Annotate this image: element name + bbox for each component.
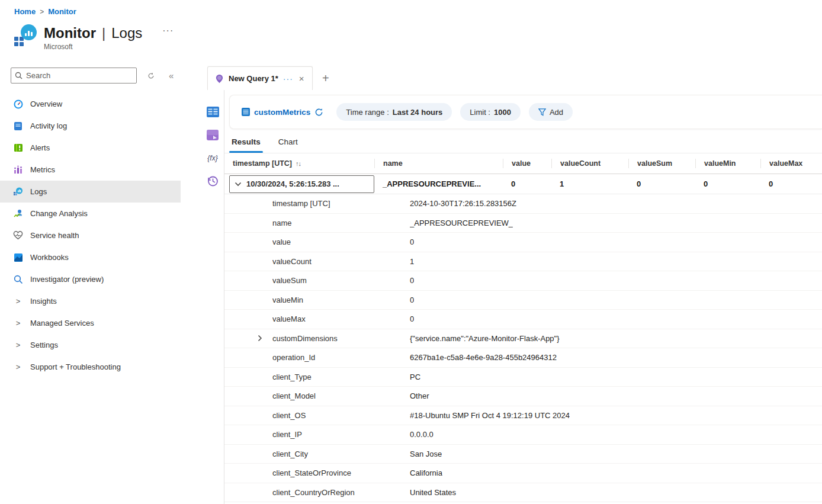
tab-more-options-icon[interactable]: ··· [283,74,293,84]
tab-chart[interactable]: Chart [278,137,298,153]
sidebar-item-label: Change Analysis [30,209,88,218]
add-filter-pill[interactable]: Add [529,103,573,121]
azure-monitor-logs-page: Home > Monitor Monitor | Logs Microsoft … [0,0,822,504]
limit-value: 1000 [494,108,511,117]
sidebar-item-label: Overview [30,99,62,108]
time-range-pill[interactable]: Time range : Last 24 hours [336,103,452,121]
search-icon [15,72,23,79]
top-header: Home > Monitor Monitor | Logs Microsoft … [0,0,822,64]
more-options-icon[interactable]: ··· [162,25,174,36]
chevron-down-icon[interactable] [235,182,242,187]
sidebar-group-support-troubleshooting[interactable]: > Support + Troubleshooting [0,356,181,378]
sidebar-group-label: Settings [30,341,58,349]
page-title-main: Monitor [44,24,96,42]
title-row: Monitor | Logs Microsoft ··· [14,24,822,51]
sidebar-group-label: Insights [30,297,57,306]
detail-value: San Jose [410,450,442,458]
breadcrumb-separator: > [40,8,44,16]
detail-value: Other [410,391,429,400]
query-tab-label: New Query 1* [229,74,278,83]
breadcrumb-home-link[interactable]: Home [14,7,36,16]
chevron-right-icon: > [13,362,23,371]
sidebar-group-settings[interactable]: > Settings [0,334,181,356]
sidebar-item-workbooks[interactable]: Workbooks [0,246,181,268]
detail-key: name [272,219,410,227]
tab-close-icon[interactable]: × [298,73,306,84]
detail-key: client_IP [272,430,410,439]
table-name-label: customMetrics [254,108,310,117]
sidebar-item-activity-log[interactable]: Activity log [0,115,181,137]
new-tab-icon[interactable]: + [322,72,329,85]
overview-icon [13,99,23,109]
detail-row-customdimensions[interactable]: customDimensions {"service.name":"Azure-… [224,329,822,349]
detail-row-name: name _APPRESOURCEPREVIEW_ [224,214,822,233]
collapse-sidebar-icon[interactable]: « [169,70,174,81]
chevron-right-icon: > [13,297,23,306]
chevron-right-icon: > [13,319,23,328]
expanded-row-details: timestamp [UTC] 2024-10-30T17:26:15.2831… [224,194,822,504]
tables-panel-icon[interactable] [206,105,219,118]
sidebar-item-label: Workbooks [30,253,69,262]
column-header-timestamp[interactable]: timestamp [UTC] ↑↓ [224,159,374,168]
sort-icon[interactable]: ↑↓ [296,160,301,167]
search-input[interactable] [26,71,133,80]
functions-panel-icon[interactable]: {fx} [206,152,219,165]
metrics-icon [13,165,23,175]
row-timestamp: 10/30/2024, 5:26:15.283 ... [246,179,339,188]
chevron-right-icon: > [13,341,23,349]
detail-key: operation_Id [272,353,410,362]
refresh-icon[interactable] [314,108,323,117]
detail-key: customDimensions [272,334,410,343]
sidebar-item-alerts[interactable]: Alerts [0,137,181,159]
sidebar: « Overview Activity log [0,64,201,504]
column-header-valuemin[interactable]: valueMin [695,159,760,168]
table-row[interactable]: 10/30/2024, 5:26:15.283 ... _APPRESOURCE… [224,174,822,194]
column-header-name[interactable]: name [374,159,503,168]
query-icon [215,74,224,84]
sidebar-group-managed-services[interactable]: > Managed Services [0,312,181,334]
detail-value: _APPRESOURCEPREVIEW_ [410,219,513,227]
timestamp-cell-focused[interactable]: 10/30/2024, 5:26:15.283 ... [229,175,374,193]
detail-key: timestamp [UTC] [272,199,410,208]
detail-key: client_City [272,450,410,458]
sidebar-item-label: Investigator (preview) [30,275,104,284]
limit-pill[interactable]: Limit : 1000 [460,103,521,121]
detail-row-valuecount: valueCount 1 [224,252,822,272]
query-history-panel-icon[interactable] [206,175,219,188]
detail-value: United States [410,488,456,497]
column-header-valuecount[interactable]: valueCount [551,159,628,168]
row-valuemax: 0 [760,179,822,188]
table-selector[interactable]: customMetrics [242,107,323,117]
sidebar-item-change-analysis[interactable]: Change Analysis [0,203,181,224]
refresh-menu-icon[interactable] [147,72,155,79]
detail-row-client-os: client_OS #18-Ubuntu SMP Fri Oct 4 19:12… [224,406,822,426]
sidebar-group-insights[interactable]: > Insights [0,290,181,312]
sidebar-item-logs[interactable]: Logs [0,181,181,203]
column-header-value[interactable]: value [503,159,551,168]
chevron-right-icon[interactable] [258,335,262,342]
column-header-valuesum[interactable]: valueSum [628,159,695,168]
sidebar-item-overview[interactable]: Overview [0,93,181,115]
sidebar-item-investigator[interactable]: Investigator (preview) [0,268,181,290]
sidebar-search[interactable] [11,68,137,84]
detail-value: 2024-10-30T17:26:15.283156Z [410,199,516,208]
change-analysis-icon [13,208,23,219]
result-view-tabs: Results Chart [224,129,822,153]
column-header-valuemax[interactable]: valueMax [760,159,822,168]
filter-icon [538,108,546,116]
service-health-icon [13,230,23,240]
tab-results[interactable]: Results [232,137,261,153]
breadcrumb-monitor-link[interactable]: Monitor [48,7,76,16]
activity-log-icon [13,121,23,131]
detail-row-valuesum: valueSum 0 [224,271,822,291]
page-title-divider: | [102,24,105,42]
page-title-section: Logs [111,24,142,42]
detail-key: valueMax [272,314,410,323]
detail-key: valueSum [272,276,410,285]
detail-key: valueMin [272,296,410,304]
example-queries-panel-icon[interactable] [206,129,219,142]
query-tab[interactable]: New Query 1* ··· × [207,66,313,90]
sidebar-item-service-health[interactable]: Service health [0,224,181,246]
sidebar-item-metrics[interactable]: Metrics [0,159,181,181]
row-name: _APPRESOURCEPREVIE... [374,179,503,188]
